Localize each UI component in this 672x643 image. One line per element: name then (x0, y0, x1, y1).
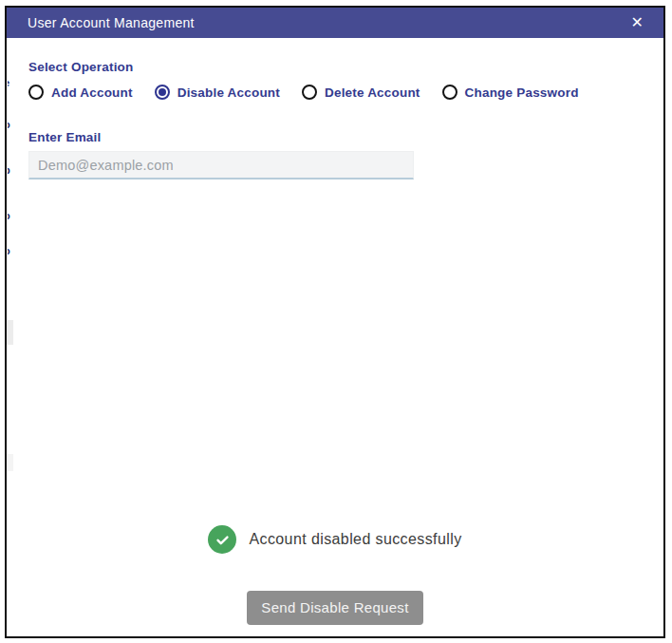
radio-label: Add Account (51, 85, 133, 100)
status-message: Account disabled successfully (249, 531, 461, 548)
status-row: Account disabled successfully (7, 525, 663, 554)
send-disable-request-button[interactable]: Send Disable Request (247, 591, 422, 625)
clipped-background-text-fragment: o (8, 116, 14, 128)
radio-disable-account[interactable]: Disable Account (155, 85, 280, 100)
dialog-body: Select Operation Add Account Disable Acc… (7, 38, 663, 638)
email-input[interactable] (28, 151, 414, 180)
radio-icon[interactable] (442, 85, 457, 100)
radio-label: Delete Account (325, 85, 420, 100)
radio-delete-account[interactable]: Delete Account (302, 85, 420, 100)
background-artifact (7, 454, 13, 471)
radio-label: Disable Account (177, 85, 280, 100)
operation-radio-group: Add Account Disable Account Delete Accou… (28, 85, 663, 100)
enter-email-label: Enter Email (28, 130, 663, 144)
check-circle-icon (208, 525, 236, 554)
background-artifact (7, 320, 13, 345)
dialog-window: User Account Management ✕ Select Operati… (5, 6, 665, 638)
radio-change-password[interactable]: Change Password (442, 85, 579, 100)
clipped-background-text-fragment: b (8, 161, 14, 174)
radio-icon[interactable] (28, 85, 44, 100)
radio-icon[interactable] (155, 85, 170, 100)
close-icon[interactable]: ✕ (630, 13, 644, 32)
button-row: Send Disable Request (7, 591, 663, 625)
radio-add-account[interactable]: Add Account (28, 85, 133, 100)
radio-dot (159, 88, 166, 96)
radio-label: Change Password (465, 85, 579, 100)
radio-icon[interactable] (302, 85, 317, 100)
dialog-title: User Account Management (28, 15, 195, 30)
clipped-background-text-fragment: o (8, 242, 14, 255)
clipped-background-text-fragment: o (8, 207, 14, 219)
clipped-background-text-fragment: e (8, 74, 14, 86)
dialog-titlebar: User Account Management ✕ (7, 8, 663, 38)
select-operation-label: Select Operation (28, 60, 663, 74)
